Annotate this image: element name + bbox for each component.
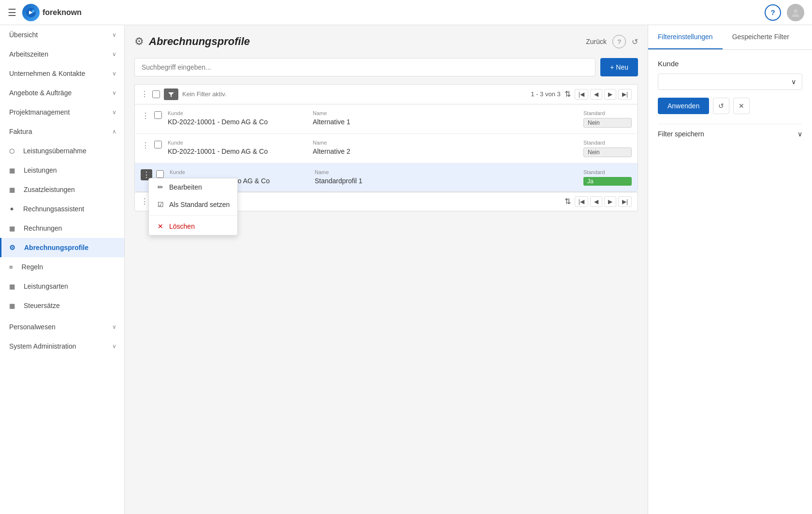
context-menu-set-default[interactable]: ☑ Als Standard setzen xyxy=(149,196,237,213)
toolbar-options-icon[interactable]: ⋮ xyxy=(141,89,148,99)
sidebar-item-abrechnungsprofile[interactable]: ⚙ Abrechnungsprofile xyxy=(0,238,124,257)
context-menu-delete-label: Löschen xyxy=(169,222,195,230)
last-page-button-bottom[interactable]: ▶| xyxy=(618,196,632,207)
svg-point-2 xyxy=(794,9,798,13)
row-checkbox[interactable] xyxy=(154,111,162,119)
kunde-label: Kunde xyxy=(170,169,305,175)
sort-icon[interactable]: ⇅ xyxy=(565,89,571,99)
chevron-down-icon: ∨ xyxy=(112,109,116,116)
sidebar-item-personalwesen[interactable]: Personalwesen ∨ xyxy=(0,317,124,337)
row-fields: Kunde KD-2022-10001 - Demo AG & Co Name … xyxy=(170,169,632,186)
tab-filtereinstellungen[interactable]: Filtereinstellungen xyxy=(648,25,723,49)
filter-button[interactable] xyxy=(164,88,178,100)
reset-button[interactable]: ↺ xyxy=(713,98,729,114)
standard-badge: Ja xyxy=(583,177,632,186)
name-value: Alternative 1 xyxy=(313,118,574,126)
row-checkbox[interactable] xyxy=(154,141,162,148)
next-page-button-bottom[interactable]: ▶ xyxy=(604,196,616,207)
kunde-dropdown[interactable]: ∨ xyxy=(658,73,802,90)
sidebar-item-angebote[interactable]: Angebote & Aufträge ∨ xyxy=(0,83,124,103)
sidebar-item-leistungen[interactable]: ▦ Leistungen xyxy=(0,161,124,180)
row-options-icon[interactable]: ⋮ xyxy=(141,140,150,151)
first-page-button[interactable]: |◀ xyxy=(575,89,588,100)
sidebar-item-projektmanagement[interactable]: Projektmanagement ∨ xyxy=(0,103,124,122)
context-menu-delete[interactable]: ✕ Löschen xyxy=(149,218,237,235)
edit-icon: ✏ xyxy=(157,183,164,191)
topbar: ☰ foreknown ? xyxy=(0,0,812,25)
back-button[interactable]: Zurück xyxy=(586,38,607,45)
name-label: Name xyxy=(313,140,574,146)
next-page-button[interactable]: ▶ xyxy=(604,89,616,100)
sort-icon-bottom[interactable]: ⇅ xyxy=(565,197,571,206)
sidebar-item-ubersicht[interactable]: Übersicht ∨ xyxy=(0,25,124,44)
context-menu-set-default-label: Als Standard setzen xyxy=(169,201,230,208)
name-value: Standardprofil 1 xyxy=(315,177,574,185)
last-page-button[interactable]: ▶| xyxy=(618,89,632,100)
new-button[interactable]: + Neu xyxy=(600,58,638,76)
pagination-nav: |◀ ◀ ▶ ▶| xyxy=(575,89,632,100)
logo-icon xyxy=(22,4,40,21)
sidebar-item-unternehmen[interactable]: Unternehmen & Kontakte ∨ xyxy=(0,64,124,83)
sidebar-item-regeln[interactable]: ≡ Regeln xyxy=(0,257,124,277)
table-row: ⋮ Kunde KD-2022-10001 - Demo AG & Co Nam… xyxy=(135,104,638,134)
sidebar-item-rechnungsassistent[interactable]: ✦ Rechnungsassistent xyxy=(0,199,124,219)
sidebar-item-faktura-label: Faktura xyxy=(9,128,32,135)
chevron-down-icon: ∨ xyxy=(112,70,116,77)
help-button[interactable]: ? xyxy=(765,4,781,21)
sidebar-item-leistungsarten[interactable]: ▦ Leistungsarten xyxy=(0,277,124,296)
context-menu-edit[interactable]: ✏ Bearbeiten xyxy=(149,178,237,196)
menu-icon[interactable]: ☰ xyxy=(8,7,16,18)
select-all-checkbox[interactable] xyxy=(152,90,160,98)
kunde-field: Kunde KD-2022-10001 - Demo AG & Co xyxy=(168,110,303,128)
sidebar-item-zusatzleistungen[interactable]: ▦ Zusatzleistungen xyxy=(0,180,124,199)
filter-save-section[interactable]: Filter speichern ∨ xyxy=(658,124,802,144)
sidebar-item-rechnungen[interactable]: ▦ Rechnungen xyxy=(0,219,124,238)
prev-page-button-bottom[interactable]: ◀ xyxy=(590,196,602,207)
name-field: Name Alternative 1 xyxy=(313,110,574,128)
checkbox-checked-icon: ☑ xyxy=(157,201,164,208)
standard-label: Standard xyxy=(583,110,632,116)
sidebar-item-steuersatze[interactable]: ▦ Steuersätze xyxy=(0,296,124,315)
sidebar-item-rechnungen-label: Rechnungen xyxy=(24,224,116,232)
table-row: ⋮ Kunde KD-2022-10001 - Demo AG & Co Nam… xyxy=(135,163,638,191)
content-area: ⚙ Abrechnungsprofile Zurück ? ↺ + Neu ⋮ xyxy=(125,25,812,514)
name-field: Name Standardprofil 1 xyxy=(315,169,574,186)
sidebar-item-leistungsubernahme[interactable]: ⬡ Leistungsübernahme xyxy=(0,141,124,161)
apply-button[interactable]: Anwenden xyxy=(658,98,709,114)
table-container: ⋮ Kunde KD-2022-10001 - Demo AG & Co Nam… xyxy=(134,104,638,192)
prev-page-button[interactable]: ◀ xyxy=(590,89,602,100)
leistungen-icon: ▦ xyxy=(9,167,15,174)
help-icon[interactable]: ? xyxy=(612,35,626,48)
kunde-filter-label: Kunde xyxy=(658,59,802,68)
standard-field: Standard Nein xyxy=(583,110,632,128)
search-bar: + Neu xyxy=(134,58,638,76)
tab-gespeicherte-filter[interactable]: Gespeicherte Filter xyxy=(723,25,799,49)
filter-save-chevron: ∨ xyxy=(798,130,802,138)
right-panel-body: Kunde ∨ Anwenden ↺ ✕ Filter speichern xyxy=(648,50,812,153)
standard-field: Standard Ja xyxy=(583,169,632,186)
context-menu: ✏ Bearbeiten ☑ Als Standard setzen ✕ Lös… xyxy=(148,178,238,235)
row-checkbox[interactable] xyxy=(156,170,164,178)
row-options-icon[interactable]: ⋮ xyxy=(141,110,150,121)
sidebar-item-zusatzleistungen-label: Zusatzleistungen xyxy=(24,186,116,193)
standard-field: Standard Nein xyxy=(583,140,632,157)
clear-icon: ✕ xyxy=(739,102,744,110)
sidebar-item-arbeitszeiten-label: Arbeitszeiten xyxy=(9,50,48,58)
user-avatar[interactable] xyxy=(787,4,804,21)
first-page-button-bottom[interactable]: |◀ xyxy=(575,196,588,207)
page-title: Abrechnungsprofile xyxy=(149,35,581,48)
sidebar-item-faktura[interactable]: Faktura ∧ xyxy=(0,122,124,141)
logo-text: foreknown xyxy=(43,8,82,17)
sidebar-item-leistungsarten-label: Leistungsarten xyxy=(24,282,116,290)
sidebar-item-system-admin[interactable]: System Administration ∨ xyxy=(0,337,124,356)
search-input[interactable] xyxy=(134,58,595,76)
toolbar-options-icon-bottom[interactable]: ⋮ xyxy=(141,197,148,206)
sidebar-item-system-admin-label: System Administration xyxy=(9,342,76,350)
sidebar-item-steuersatze-label: Steuersätze xyxy=(24,302,116,309)
pagination-nav-bottom: |◀ ◀ ▶ ▶| xyxy=(575,196,632,207)
kunde-label: Kunde xyxy=(168,110,303,116)
sidebar-item-arbeitszeiten[interactable]: Arbeitszeiten ∨ xyxy=(0,44,124,64)
chevron-down-icon: ∨ xyxy=(112,89,116,96)
refresh-icon[interactable]: ↺ xyxy=(632,37,638,46)
clear-button[interactable]: ✕ xyxy=(733,98,750,114)
